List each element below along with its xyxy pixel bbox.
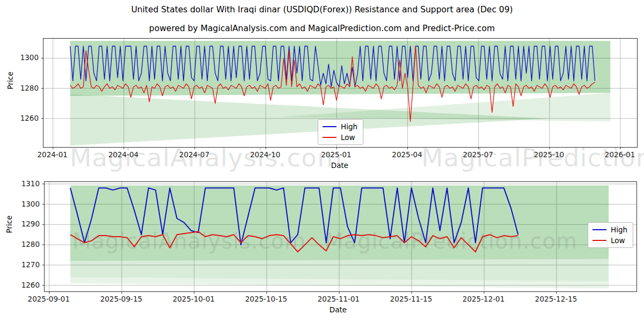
x-tick-label: 2025-01 (321, 150, 351, 159)
x-tick-label: 2025-12-01 (463, 295, 504, 303)
low-line-swatch (323, 137, 336, 138)
y-tick-label: 1290 (16, 219, 40, 228)
x-tick-label: 2025-09-15 (100, 295, 142, 303)
bottom-chart-ylabel: Price (5, 212, 13, 237)
y-tick-label: 1300 (15, 53, 39, 62)
y-tick-label: 1300 (16, 200, 40, 208)
legend-row-high: High (592, 225, 627, 234)
bottom-chart-legend: High Low (588, 222, 633, 248)
x-tick-label: 2024-01 (37, 150, 67, 159)
x-tick-label: 2025-11-01 (318, 295, 360, 303)
chart-subtitle: powered by MagicalAnalysis.com and Magic… (0, 24, 644, 33)
x-tick-label: 2024-04 (108, 150, 138, 159)
x-tick-label: 2024-10 (250, 150, 280, 159)
legend-row-low: Low (592, 236, 627, 245)
y-tick-label: 1260 (16, 281, 40, 289)
high-line-swatch (592, 229, 606, 230)
support-resistance-band (281, 93, 610, 121)
top-chart-legend: High Low (318, 119, 363, 145)
chart-title: United States dollar With Iraqi dinar (U… (0, 5, 644, 14)
support-resistance-band (70, 94, 548, 145)
top-chart-xlabel: Date (331, 161, 348, 170)
x-tick-label: 2025-07 (463, 150, 493, 159)
bottom-chart-plot-area (44, 181, 637, 292)
legend-row-low: Low (323, 133, 357, 142)
chart-canvas (45, 182, 636, 291)
x-tick-label: 2025-11-15 (390, 295, 432, 303)
legend-row-high: High (323, 122, 357, 131)
x-tick-label: 2025-04 (392, 150, 422, 159)
low-line-swatch (592, 240, 606, 241)
legend-label-low: Low (341, 133, 355, 142)
bottom-chart-xlabel: Date (330, 305, 347, 314)
x-tick-label: 2024-07 (179, 150, 209, 159)
legend-label-high: High (611, 225, 627, 234)
legend-label-low: Low (611, 236, 625, 245)
figure: United States dollar With Iraqi dinar (U… (0, 0, 644, 322)
x-tick-label: 2025-10-15 (245, 295, 287, 303)
y-tick-label: 1270 (16, 260, 40, 269)
legend-label-high: High (341, 122, 357, 131)
x-tick-label: 2025-10 (534, 150, 564, 159)
x-tick-label: 2026-01 (605, 150, 635, 159)
y-tick-label: 1260 (15, 114, 39, 122)
x-tick-label: 2025-09-01 (28, 295, 70, 303)
x-tick-label: 2025-10-01 (173, 295, 215, 303)
high-line-swatch (323, 126, 336, 127)
y-tick-label: 1280 (15, 84, 39, 92)
support-resistance-band (70, 185, 609, 261)
top-chart-ylabel: Price (6, 68, 14, 93)
x-tick-label: 2025-12-15 (535, 295, 577, 303)
y-tick-label: 1310 (16, 179, 40, 188)
y-tick-label: 1280 (16, 240, 40, 248)
